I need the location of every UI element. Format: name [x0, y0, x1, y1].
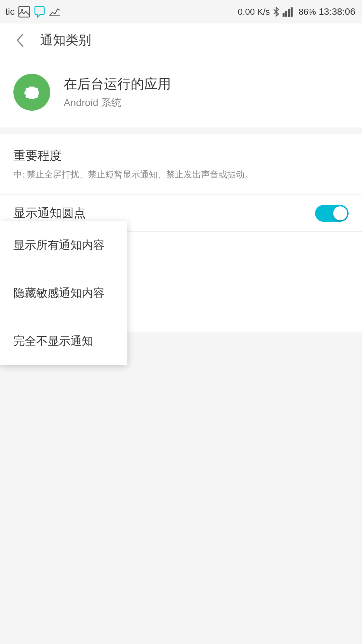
toggle-track: [315, 205, 349, 222]
notification-dot-toggle[interactable]: [315, 205, 349, 222]
toggle-label: 显示通知圆点: [13, 205, 86, 221]
status-bar-right: 0.00 K/s 86% 13:38:06: [238, 6, 355, 17]
bluetooth-icon: [273, 7, 280, 17]
gallery-icon: [18, 6, 30, 18]
dropdown-menu: 显示所有通知内容 隐藏敏感通知内容 完全不显示通知: [0, 221, 127, 365]
top-navigation: 通知类别: [0, 23, 362, 57]
svg-rect-3: [285, 11, 287, 17]
chart-icon: [49, 6, 61, 18]
app-name: 在后台运行的应用: [64, 75, 171, 93]
dropdown-item-hide-all[interactable]: 完全不显示通知: [0, 317, 127, 365]
toggle-thumb: [333, 206, 347, 220]
importance-desc: 中: 禁止全屏打扰、禁止短暂显示通知、禁止发出声音或振动。: [13, 168, 349, 181]
app-info-section: 在后台运行的应用 Android 系统: [0, 57, 362, 127]
app-details: 在后台运行的应用 Android 系统: [64, 75, 171, 110]
status-app-name: tic: [5, 6, 15, 17]
back-button[interactable]: [10, 30, 30, 50]
importance-section: 重要程度 中: 禁止全屏打扰、禁止短暂显示通知、禁止发出声音或振动。: [0, 134, 362, 195]
status-bar: tic 0.00 K/s: [0, 0, 362, 23]
status-time: 13:38:06: [319, 6, 355, 17]
dropdown-item-hide-sensitive[interactable]: 隐藏敏感通知内容: [0, 269, 127, 317]
signal-icon: [283, 7, 296, 17]
importance-title: 重要程度: [13, 148, 349, 164]
app-icon: [13, 74, 50, 111]
svg-point-1: [21, 9, 23, 11]
network-speed: 0.00 K/s: [238, 7, 270, 17]
svg-rect-0: [19, 6, 29, 17]
app-system: Android 系统: [64, 96, 171, 110]
settings-gear-icon: [22, 82, 42, 102]
status-bar-left: tic: [5, 6, 61, 18]
svg-rect-2: [283, 13, 285, 17]
page-title: 通知类别: [40, 32, 91, 49]
battery-level: 86%: [299, 7, 316, 17]
svg-rect-4: [288, 9, 290, 17]
dropdown-item-show-all[interactable]: 显示所有通知内容: [0, 221, 127, 269]
svg-rect-5: [291, 7, 293, 17]
chat-icon: [34, 6, 46, 18]
